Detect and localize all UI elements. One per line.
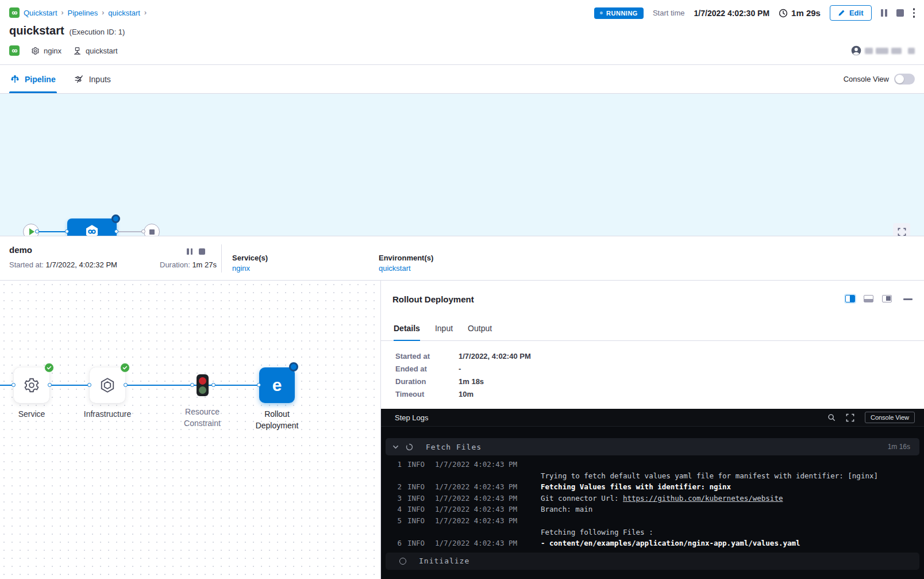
start-time-value: 1/7/2022 4:02:30 PM bbox=[694, 9, 770, 18]
search-icon[interactable] bbox=[827, 413, 836, 421]
pause-execution-button[interactable] bbox=[881, 9, 887, 17]
log-line: 4 INFO 1/7/2022 4:02:43 PM Branch: main bbox=[381, 504, 924, 515]
log-line-number: 3 bbox=[392, 493, 402, 504]
step-node-rollout-deployment[interactable]: e bbox=[259, 367, 295, 403]
log-message: Fetching following Files : bbox=[541, 527, 653, 538]
log-section-title: Fetch Files bbox=[426, 443, 482, 451]
log-section-duration: 1m 16s bbox=[888, 443, 910, 451]
service-tag[interactable]: nginx bbox=[31, 47, 61, 55]
step-logs-console: Step Logs Console View Fetch Files 1m 16… bbox=[381, 409, 924, 579]
log-section-initialize[interactable]: Initialize bbox=[386, 553, 919, 570]
more-options-button[interactable] bbox=[913, 8, 915, 18]
tags-row: nginx quickstart bbox=[9, 45, 118, 56]
logs-fullscreen-icon[interactable] bbox=[846, 413, 854, 422]
breadcrumb-separator: › bbox=[102, 9, 104, 17]
redacted-text bbox=[908, 48, 915, 54]
stop-icon bbox=[896, 9, 904, 17]
console-view-control: Console View bbox=[844, 74, 915, 85]
stage-stop-button[interactable] bbox=[199, 248, 205, 255]
execution-graph-canvas[interactable]: e Service Infrastructure Resource Constr… bbox=[0, 280, 381, 579]
service-tag-label: nginx bbox=[44, 47, 61, 55]
detail-value: 1/7/2022, 4:02:40 PM bbox=[459, 352, 531, 361]
stage-started-at: Started at: 1/7/2022, 4:02:32 PM bbox=[9, 260, 117, 269]
edit-button-label: Edit bbox=[849, 9, 864, 17]
log-timestamp: 1/7/2022 4:02:43 PM bbox=[435, 493, 533, 504]
log-level bbox=[407, 527, 428, 538]
log-line: 1 INFO 1/7/2022 4:02:43 PM bbox=[381, 459, 924, 470]
abort-execution-button[interactable] bbox=[896, 9, 904, 17]
pipeline-icon bbox=[10, 75, 20, 84]
redacted-text bbox=[876, 48, 888, 54]
edit-button[interactable]: Edit bbox=[830, 5, 872, 21]
tab-pipeline[interactable]: Pipeline bbox=[10, 65, 56, 93]
breadcrumb-item-pipeline-name[interactable]: quickstart bbox=[108, 9, 140, 17]
log-message: Fetching Values files with identifier: n… bbox=[541, 481, 731, 493]
edge-start-to-stage bbox=[39, 231, 67, 232]
rollout-icon: e bbox=[272, 377, 282, 394]
log-link[interactable]: https://github.com/kubernetes/website bbox=[623, 494, 783, 503]
connector-dot bbox=[141, 229, 145, 233]
tab-inputs-label: Inputs bbox=[89, 75, 111, 84]
gear-icon bbox=[31, 47, 40, 55]
environment-icon bbox=[73, 47, 82, 55]
log-message-text: Git connector Url: bbox=[541, 494, 623, 503]
console-view-label: Console View bbox=[844, 75, 889, 83]
tab-details[interactable]: Details bbox=[394, 316, 420, 340]
breadcrumb-separator: › bbox=[61, 9, 64, 17]
check-icon bbox=[122, 365, 128, 370]
connector-dot bbox=[211, 383, 215, 387]
edge-stage-to-end bbox=[117, 231, 144, 232]
connector-dot bbox=[257, 383, 261, 387]
logs-console-view-button[interactable]: Console View bbox=[865, 412, 915, 423]
log-timestamp: 1/7/2022 4:02:43 PM bbox=[435, 515, 533, 527]
detail-label: Timeout bbox=[395, 390, 459, 398]
detail-value: - bbox=[459, 365, 531, 373]
step-details-list: Started at 1/7/2022, 4:02:40 PM Ended at… bbox=[395, 352, 531, 398]
pause-icon bbox=[881, 9, 887, 17]
pencil-icon bbox=[838, 9, 845, 17]
harness-logo-icon bbox=[9, 7, 20, 18]
duration-value: 1m 27s bbox=[192, 260, 217, 269]
log-timestamp: 1/7/2022 4:02:43 PM bbox=[435, 459, 533, 470]
stage-name: demo bbox=[9, 245, 32, 255]
log-line: 3 INFO 1/7/2022 4:02:43 PM Git connector… bbox=[381, 493, 924, 504]
step-node-resource-constraint[interactable] bbox=[197, 374, 209, 396]
log-section-title: Initialize bbox=[419, 557, 469, 565]
tab-inputs[interactable]: Inputs bbox=[74, 65, 111, 93]
tab-input[interactable]: Input bbox=[435, 316, 453, 340]
elapsed-time-value: 1m 29s bbox=[791, 8, 821, 18]
log-line-number bbox=[392, 527, 402, 538]
log-section-fetch-files[interactable]: Fetch Files 1m 16s bbox=[386, 438, 919, 455]
layout-right-panel-button[interactable] bbox=[845, 295, 855, 302]
breadcrumb: Quickstart › Pipelines › quickstart › bbox=[9, 7, 147, 18]
pause-icon bbox=[187, 248, 192, 255]
panel-minimize-button[interactable] bbox=[903, 298, 913, 300]
step-node-service[interactable] bbox=[14, 367, 49, 403]
layout-bottom-panel-button[interactable] bbox=[864, 295, 873, 302]
step-logs-actions: Console View bbox=[827, 412, 915, 423]
detail-label: Duration bbox=[395, 377, 459, 386]
kebab-menu-icon bbox=[913, 8, 915, 18]
environment-link[interactable]: quickstart bbox=[379, 264, 411, 273]
environment-tag[interactable]: quickstart bbox=[73, 47, 118, 55]
started-at-label: Started at: bbox=[9, 260, 44, 269]
service-link[interactable]: nginx bbox=[232, 264, 250, 273]
breadcrumb-item-pipelines[interactable]: Pipelines bbox=[68, 9, 98, 17]
step-logs-title: Step Logs bbox=[395, 413, 429, 422]
step-label-service: Service bbox=[0, 408, 64, 420]
log-level: INFO bbox=[407, 538, 428, 549]
log-timestamp: 1/7/2022 4:02:43 PM bbox=[435, 504, 533, 515]
log-line: 6 INFO 1/7/2022 4:02:43 PM - content/en/… bbox=[381, 538, 924, 549]
stage-pause-button[interactable] bbox=[187, 248, 192, 255]
console-view-toggle[interactable] bbox=[894, 74, 915, 85]
step-node-infrastructure[interactable] bbox=[90, 367, 125, 403]
step-label-resource-constraint: Resource Constraint bbox=[170, 406, 234, 429]
breadcrumb-item-quickstart[interactable]: Quickstart bbox=[24, 9, 57, 17]
layout-side-panel-button[interactable] bbox=[882, 295, 892, 302]
log-message: Branch: main bbox=[541, 504, 592, 515]
step-panel-tabs: Details Input Output bbox=[381, 316, 924, 341]
detail-label: Ended at bbox=[395, 365, 459, 373]
tab-output[interactable]: Output bbox=[468, 316, 492, 340]
stage-graph-canvas[interactable]: demo bbox=[0, 94, 924, 236]
page-title: quickstart bbox=[9, 24, 64, 37]
